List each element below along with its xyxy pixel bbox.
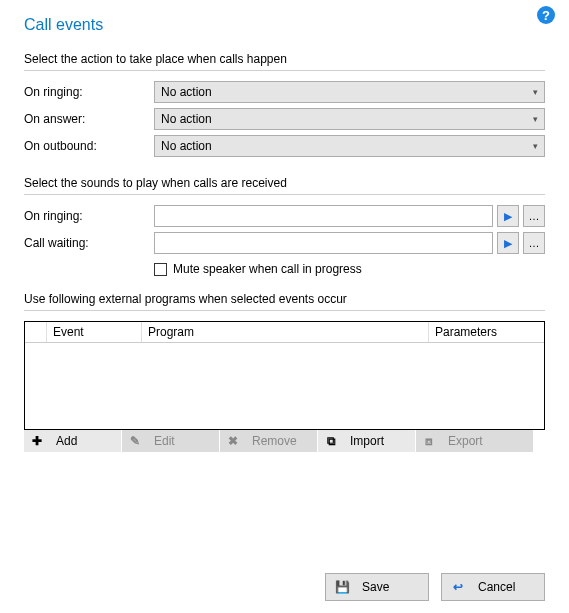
save-button[interactable]: 💾 Save	[325, 573, 429, 601]
table-body[interactable]	[25, 343, 544, 429]
cancel-label: Cancel	[478, 580, 515, 594]
import-button[interactable]: ⧉ Import	[318, 430, 416, 452]
import-label: Import	[350, 434, 384, 448]
call-waiting-sound-input[interactable]	[154, 232, 493, 254]
play-icon: ▶	[504, 210, 512, 223]
remove-label: Remove	[252, 434, 297, 448]
on-answer-action-select[interactable]: No action ▾	[154, 108, 545, 130]
on-answer-action-label: On answer:	[24, 112, 154, 126]
col-event[interactable]: Event	[47, 322, 142, 342]
actions-section-label: Select the action to take place when cal…	[24, 52, 545, 66]
cancel-button[interactable]: ↩ Cancel	[441, 573, 545, 601]
page-title: Call events	[24, 16, 545, 34]
edit-label: Edit	[154, 434, 175, 448]
on-ringing-sound-label: On ringing:	[24, 209, 154, 223]
edit-button: ✎ Edit	[122, 430, 220, 452]
mute-speaker-label: Mute speaker when call in progress	[173, 262, 362, 276]
export-button: ⧈ Export	[416, 430, 534, 452]
help-icon[interactable]: ?	[537, 6, 555, 24]
browse-ringing-button[interactable]: …	[523, 205, 545, 227]
table-header-blank	[25, 322, 47, 342]
table-header: Event Program Parameters	[25, 322, 544, 343]
import-icon: ⧉	[324, 434, 338, 448]
remove-button: ✖ Remove	[220, 430, 318, 452]
divider	[24, 194, 545, 195]
save-label: Save	[362, 580, 389, 594]
mute-speaker-checkbox[interactable]	[154, 263, 167, 276]
chevron-down-icon: ▾	[533, 114, 538, 124]
plus-icon: ✚	[30, 434, 44, 448]
on-ringing-action-label: On ringing:	[24, 85, 154, 99]
programs-section-label: Use following external programs when sel…	[24, 292, 545, 306]
col-program[interactable]: Program	[142, 322, 429, 342]
back-arrow-icon: ↩	[452, 580, 464, 594]
chevron-down-icon: ▾	[533, 141, 538, 151]
play-ringing-button[interactable]: ▶	[497, 205, 519, 227]
divider	[24, 70, 545, 71]
call-waiting-sound-label: Call waiting:	[24, 236, 154, 250]
add-button[interactable]: ✚ Add	[24, 430, 122, 452]
play-icon: ▶	[504, 237, 512, 250]
on-outbound-action-label: On outbound:	[24, 139, 154, 153]
chevron-down-icon: ▾	[533, 87, 538, 97]
on-ringing-action-select[interactable]: No action ▾	[154, 81, 545, 103]
col-parameters[interactable]: Parameters	[429, 322, 544, 342]
export-label: Export	[448, 434, 483, 448]
play-waiting-button[interactable]: ▶	[497, 232, 519, 254]
on-outbound-action-select[interactable]: No action ▾	[154, 135, 545, 157]
cross-icon: ✖	[226, 434, 240, 448]
on-ringing-sound-input[interactable]	[154, 205, 493, 227]
export-icon: ⧈	[422, 434, 436, 448]
browse-waiting-button[interactable]: …	[523, 232, 545, 254]
on-ringing-action-value: No action	[161, 85, 212, 99]
sounds-section-label: Select the sounds to play when calls are…	[24, 176, 545, 190]
divider	[24, 310, 545, 311]
pencil-icon: ✎	[128, 434, 142, 448]
on-outbound-action-value: No action	[161, 139, 212, 153]
programs-table: Event Program Parameters	[24, 321, 545, 430]
ellipsis-icon: …	[529, 210, 540, 222]
save-icon: 💾	[336, 580, 348, 594]
programs-toolbar: ✚ Add ✎ Edit ✖ Remove ⧉ Import ⧈ Export	[24, 430, 545, 452]
on-answer-action-value: No action	[161, 112, 212, 126]
ellipsis-icon: …	[529, 237, 540, 249]
add-label: Add	[56, 434, 77, 448]
